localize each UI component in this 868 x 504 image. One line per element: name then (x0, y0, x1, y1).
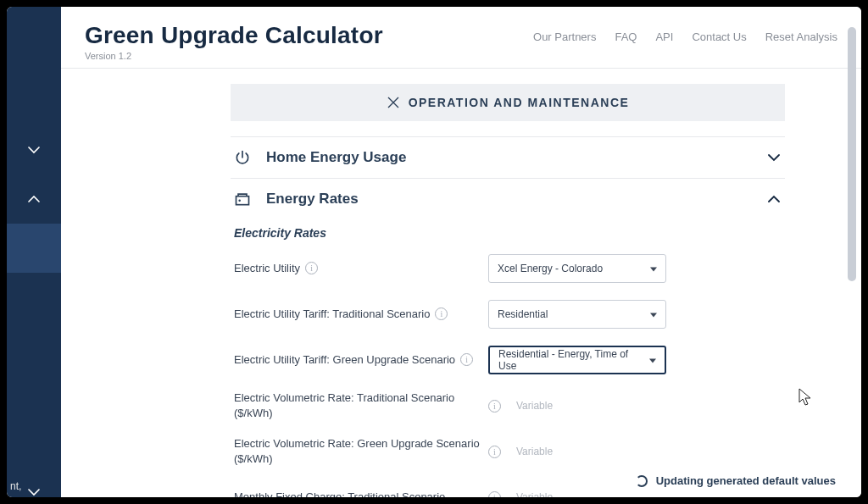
status-message: Updating generated default values (656, 474, 836, 487)
scrollbar[interactable] (848, 27, 856, 281)
select-electric-utility[interactable]: Xcel Energy - Colorado (488, 254, 666, 283)
field-tariff-green: Electric Utility Tariff: Green Upgrade S… (234, 345, 782, 375)
field-tariff-traditional: Electric Utility Tariff: Traditional Sce… (234, 299, 782, 330)
field-volrate-traditional: Electric Volumetric Rate: Traditional Sc… (234, 390, 782, 421)
chevron-down-icon (26, 142, 42, 158)
label-volrate-green: Electric Volumetric Rate: Green Upgrade … (234, 436, 488, 466)
meter-icon (234, 191, 251, 208)
label-tariff-traditional: Electric Utility Tariff: Traditional Sce… (234, 307, 430, 322)
app-frame: nt, Green Upgrade Calculator Version 1.2… (7, 7, 861, 497)
info-icon[interactable]: i (305, 262, 318, 274)
accordion: Home Energy Usage Energy Rates (231, 136, 785, 497)
info-icon[interactable]: i (488, 491, 501, 498)
input-volrate-green: Variable (508, 439, 686, 464)
chevron-up-icon (766, 191, 782, 207)
field-volrate-green: Electric Volumetric Rate: Green Upgrade … (234, 436, 782, 467)
status-toast: Updating generated default values (636, 474, 836, 487)
title-block: Green Upgrade Calculator Version 1.2 (85, 22, 383, 61)
sidebar-expand-1[interactable] (7, 174, 61, 224)
tools-icon (387, 96, 400, 109)
label-tariff-green: Electric Utility Tariff: Green Upgrade S… (234, 352, 455, 368)
select-tariff-green[interactable]: Residential - Energy, Time of Use (488, 346, 666, 374)
electricity-rates-subhead: Electricity Rates (234, 226, 782, 240)
input-volrate-traditional: Variable (508, 393, 686, 418)
nav-reset[interactable]: Reset Analysis (765, 30, 837, 43)
info-icon[interactable]: i (460, 353, 473, 366)
input-placeholder: Variable (516, 491, 553, 497)
field-electric-utility: Electric Utility i Xcel Energy - Colorad… (234, 253, 782, 284)
label-volrate-traditional: Electric Volumetric Rate: Traditional Sc… (234, 390, 488, 420)
info-icon[interactable]: i (435, 307, 448, 320)
energy-rates-body: Electricity Rates Electric Utility i Xce… (231, 219, 785, 497)
svg-rect-0 (236, 197, 249, 205)
content-area: Green Upgrade Calculator Version 1.2 Our… (61, 7, 861, 497)
input-placeholder: Variable (516, 400, 553, 412)
info-icon[interactable]: i (488, 400, 501, 413)
label-electric-utility: Electric Utility (234, 261, 300, 276)
power-icon (234, 149, 251, 166)
main-panel: OPERATION AND MAINTENANCE Home Energy Us… (61, 69, 861, 497)
select-tariff-traditional[interactable]: Residential (488, 300, 666, 329)
info-icon[interactable]: i (488, 446, 501, 458)
accordion-home-energy[interactable]: Home Energy Usage (231, 136, 785, 178)
spinner-icon (636, 475, 648, 487)
svg-point-1 (238, 199, 241, 202)
app-title: Green Upgrade Calculator (85, 22, 383, 49)
header-nav: Our Partners FAQ API Contact Us Reset An… (533, 30, 837, 43)
nav-faq[interactable]: FAQ (615, 30, 637, 43)
chevron-up-icon (26, 191, 42, 207)
chevron-down-icon (26, 485, 42, 497)
label-fixed-charge-traditional: Monthly Fixed Charge: Traditional Scenar… (234, 490, 445, 497)
accordion-energy-rates-title: Energy Rates (266, 191, 359, 208)
section-banner: OPERATION AND MAINTENANCE (231, 84, 785, 121)
sidebar: nt, (7, 7, 61, 497)
accordion-energy-rates[interactable]: Energy Rates (231, 178, 785, 219)
sidebar-collapse-1[interactable] (7, 125, 61, 174)
nav-partners[interactable]: Our Partners (533, 30, 596, 43)
header: Green Upgrade Calculator Version 1.2 Our… (61, 7, 861, 69)
input-placeholder: Variable (516, 446, 553, 457)
section-banner-label: OPERATION AND MAINTENANCE (409, 96, 630, 109)
nav-contact[interactable]: Contact Us (692, 30, 746, 43)
select-value: Xcel Energy - Colorado (498, 263, 603, 274)
sidebar-stub-text: nt, (10, 480, 21, 492)
sidebar-active-item[interactable] (7, 224, 61, 273)
accordion-home-energy-title: Home Energy Usage (266, 149, 406, 166)
select-value: Residential - Energy, Time of Use (498, 348, 641, 372)
nav-api[interactable]: API (655, 30, 673, 43)
chevron-down-icon (766, 150, 782, 165)
select-value: Residential (498, 308, 548, 320)
app-version: Version 1.2 (85, 51, 383, 61)
